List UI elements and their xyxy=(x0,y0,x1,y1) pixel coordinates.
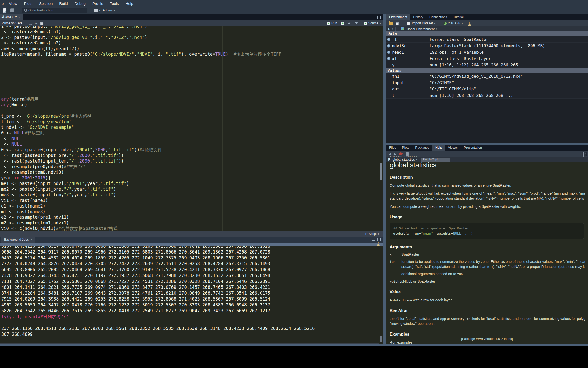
file-type-label[interactable]: R Script xyxy=(365,232,377,236)
open-folder-icon[interactable] xyxy=(389,22,393,25)
rerun-icon[interactable] xyxy=(341,22,344,25)
menu-session[interactable]: Session xyxy=(36,0,56,7)
source-pane: 处理NC.R*× Source on Save ✦▾ Run xyxy=(0,14,383,237)
console-scrollbar[interactable] xyxy=(380,336,382,342)
forward-icon[interactable]: ▶ xyxy=(394,152,396,156)
expand-icon[interactable] xyxy=(387,51,390,54)
code-line: me1 <- paste0(input_ndvi,"/NDVI",year,".… xyxy=(1,181,379,186)
tab-files[interactable]: Files xyxy=(386,145,399,151)
run-button[interactable]: Run xyxy=(331,21,337,25)
menu-build[interactable]: Build xyxy=(56,0,71,7)
expand-icon[interactable] xyxy=(387,57,390,60)
help-document[interactable]: global {terra} global statistics Descrip… xyxy=(386,156,588,346)
description-paragraph: If x is very large global will fail, exc… xyxy=(390,191,585,201)
expand-icon[interactable] xyxy=(387,44,390,48)
environment-toolbar: Import Dataset ▾ 2.16 GiB ▾ xyxy=(386,20,588,26)
env-row[interactable]: ndvi3gLarge RasterStack (111974400 eleme… xyxy=(386,43,588,49)
help-link[interactable]: Summary-methods xyxy=(451,317,480,321)
console-tabbar: Background Jobs× xyxy=(0,237,383,243)
home-icon[interactable] xyxy=(399,154,402,155)
memory-usage-icon xyxy=(443,22,447,25)
list-view-icon[interactable] xyxy=(582,22,585,25)
print-icon[interactable] xyxy=(10,8,14,12)
env-row[interactable]: x1Formal class RasterLayer xyxy=(386,55,588,62)
tab-history[interactable]: History xyxy=(410,14,426,20)
find-replace-icon[interactable] xyxy=(29,22,31,25)
menu-e[interactable]: e xyxy=(0,0,6,7)
argument-row: xSpatRaster xyxy=(390,252,585,257)
expand-icon[interactable] xyxy=(387,38,390,41)
close-icon[interactable]: × xyxy=(19,16,20,19)
env-object-name: read1 xyxy=(386,50,430,55)
tab-connections[interactable]: Connections xyxy=(426,14,450,20)
env-row[interactable]: input"G:/GIMMS" xyxy=(386,79,588,86)
code-editor[interactable]: 1 <- paste0(input,"/ndvi3g_geo_v1_",i,"_… xyxy=(0,26,379,231)
console-output[interactable]: 3107 264.4220 264.8317 266.6470 269.6866… xyxy=(0,246,381,344)
env-row[interactable]: read1192 obs. of 1 variable xyxy=(386,49,588,55)
env-row[interactable]: f1Formal class SpatRaster xyxy=(386,36,588,43)
source-on-save-label[interactable]: Source on Save xyxy=(1,21,22,25)
code-line: global(x, fun="mean", weights=NULL, ...) xyxy=(393,231,581,236)
console-row: 307 268.4899 xyxy=(1,331,381,337)
tab-background-jobs[interactable]: Background Jobs× xyxy=(1,237,35,243)
tab-tutorial[interactable]: Tutorial xyxy=(450,14,467,20)
maximize-icon[interactable] xyxy=(377,238,381,241)
menu-profile[interactable]: Profile xyxy=(89,0,107,7)
addins-button[interactable]: Addins xyxy=(103,9,113,12)
menu-tools[interactable]: Tools xyxy=(106,0,122,7)
console-row: 4801 264.1411 264.2821 266.7735 269.0974… xyxy=(1,284,381,290)
env-object-name: ndvi3g xyxy=(386,43,430,48)
import-dataset-button[interactable]: Import Dataset xyxy=(412,21,433,25)
code-line: m2 <- resample(tem1,ndvi1) xyxy=(1,220,379,226)
addins-grid-icon[interactable] xyxy=(94,9,98,12)
menu-help[interactable]: Help xyxy=(122,0,137,7)
help-link[interactable]: app xyxy=(440,317,446,321)
show-in-new-window-icon[interactable] xyxy=(406,152,409,156)
save-workspace-icon[interactable] xyxy=(396,22,399,25)
code-tools-icon[interactable]: ✦▾ xyxy=(34,22,37,25)
help-link[interactable]: extract xyxy=(520,317,533,321)
code-line: me3 <- paste0(input_tem,"/",year,".tif.t… xyxy=(1,192,379,198)
environment-tabbar: EnvironmentHistoryConnectionsTutorial xyxy=(386,14,588,20)
environment-scope-selector[interactable]: Global Environment xyxy=(406,27,435,31)
arrow-down-icon[interactable] xyxy=(355,22,358,24)
maximize-icon[interactable] xyxy=(377,16,381,19)
source-button[interactable]: Source xyxy=(368,21,378,25)
env-row[interactable]: tnum [1:16] 268 268 268 268 268 ... xyxy=(386,92,588,99)
tab-viewer[interactable]: Viewer xyxy=(445,145,461,151)
env-row[interactable]: fn1"G:/GIMMS/ndvi3g_geo_v1_2010_0712.nc4… xyxy=(386,73,588,79)
tab-plots[interactable]: Plots xyxy=(399,145,412,151)
tab-packages[interactable]: Packages xyxy=(412,145,432,151)
tab-source-file[interactable]: 处理NC.R*× xyxy=(0,14,23,20)
compile-report-icon[interactable] xyxy=(40,22,43,25)
tab-presentation[interactable]: Presentation xyxy=(461,145,485,151)
clear-console-icon[interactable] xyxy=(377,242,380,246)
menu-debug[interactable]: Debug xyxy=(71,0,89,7)
minimize-icon[interactable] xyxy=(372,18,375,18)
index-link[interactable]: Index xyxy=(504,337,512,341)
code-line: 2 <- paste0(input,"/ndvi3g_geo_v1_",i,"_… xyxy=(1,34,379,40)
back-icon[interactable]: ◀ xyxy=(389,152,391,156)
goto-file-input[interactable]: Go to file/function xyxy=(22,8,87,13)
code-line: <- NULL xyxy=(1,136,379,141)
env-object-value: "G:/TIF GIMMS/clip" xyxy=(430,87,476,91)
editor-scrollbar[interactable] xyxy=(380,163,382,180)
help-link[interactable]: zonal xyxy=(390,317,399,321)
section-examples: Examples xyxy=(390,332,585,337)
new-file-icon[interactable] xyxy=(3,8,6,13)
clear-environment-icon[interactable] xyxy=(468,21,471,26)
language-selector[interactable]: R xyxy=(388,27,390,31)
section-value: Value xyxy=(390,290,585,294)
tab-help[interactable]: Help xyxy=(432,145,445,151)
env-row[interactable]: out"G:/TIF GIMMS/clip" xyxy=(386,86,588,92)
vertical-pane-splitter[interactable] xyxy=(383,14,386,346)
tab-environment[interactable]: Environment xyxy=(386,14,410,20)
memory-usage-button[interactable]: 2.16 GiB xyxy=(448,21,461,25)
minimize-icon[interactable] xyxy=(372,240,375,241)
env-row[interactable]: ynum [1:16, 1:12] 264 265 266 266 265 ..… xyxy=(386,62,588,68)
menu-plots[interactable]: Plots xyxy=(21,0,36,7)
arrow-up-icon[interactable] xyxy=(348,22,351,24)
close-icon[interactable]: × xyxy=(31,238,32,241)
menu-view[interactable]: View xyxy=(6,0,20,7)
code-line xyxy=(1,63,379,68)
